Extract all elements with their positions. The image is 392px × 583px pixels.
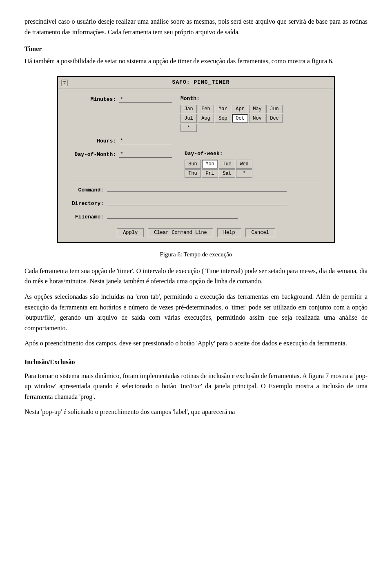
month-aug[interactable]: Aug — [198, 114, 214, 123]
dow-label: Day-of-week: — [185, 150, 252, 158]
dom-input[interactable] — [119, 151, 172, 158]
paragraph2: As opções selecionadas são incluídas na … — [24, 292, 368, 333]
month-nov[interactable]: Nov — [249, 114, 265, 123]
month-jun[interactable]: Jun — [266, 105, 283, 113]
dom-label: Day-of-Month: — [66, 150, 119, 159]
month-section: Month: Jan Feb Mar Apr May Jun Jul Aug S… — [180, 95, 283, 132]
dom-dow-row: Day-of-Month: Day-of-week: Sun Mon Tue W… — [66, 150, 326, 178]
filename-row: Filename: — [66, 212, 326, 222]
minutes-label: Minutes: — [66, 95, 119, 104]
dialog-body: Minutes: Month: Jan Feb Mar Apr May Jun … — [58, 89, 334, 242]
month-sep[interactable]: Sep — [215, 114, 231, 123]
intro-paragraph: prescindível caso o usuário deseje reali… — [24, 16, 368, 37]
inclusion-paragraph2: Nesta 'pop-up' é solicitado o preenchime… — [24, 407, 368, 417]
month-may[interactable]: May — [249, 105, 265, 113]
action-buttons: Apply Clear Command Line Help Cancel — [66, 228, 326, 237]
minutes-month-row: Minutes: Month: Jan Feb Mar Apr May Jun … — [66, 95, 326, 132]
dow-buttons-row1: Sun Mon Tue Wed Thu Fri Sat * — [185, 160, 252, 178]
paragraph3: Após o preenchimento dos campos, deve se… — [24, 338, 368, 349]
month-star-row: * — [180, 124, 283, 132]
inclusion-heading: Inclusão/Exclusão — [24, 357, 368, 367]
dialog-titlebar-button[interactable]: ▽ — [61, 80, 68, 86]
clear-command-line-button[interactable]: Clear Command Line — [148, 228, 213, 237]
timer-heading: Timer — [24, 44, 368, 54]
command-input[interactable] — [107, 185, 287, 192]
dow-sun[interactable]: Sun — [185, 160, 201, 169]
apply-button[interactable]: Apply — [117, 228, 144, 237]
directory-input[interactable] — [107, 199, 287, 205]
dow-section: Day-of-week: Sun Mon Tue Wed Thu Fri Sat… — [185, 150, 252, 178]
month-mar[interactable]: Mar — [215, 105, 231, 113]
command-row: Command: — [66, 185, 326, 195]
dow-wed[interactable]: Wed — [236, 160, 252, 169]
dow-tue[interactable]: Tue — [219, 160, 235, 169]
month-oct[interactable]: Oct — [232, 114, 248, 123]
month-star[interactable]: * — [180, 124, 197, 132]
inclusion-paragraph1: Para tornar o sistema mais dinâmico, for… — [24, 371, 368, 402]
dialog-wrapper: ▽ SAFO: PING_TIMER Minutes: Month: Jan F… — [24, 76, 368, 243]
paragraph1: Cada ferramenta tem sua opção de 'timer'… — [24, 266, 368, 287]
dialog-box: ▽ SAFO: PING_TIMER Minutes: Month: Jan F… — [57, 76, 335, 243]
hours-row: Hours: — [66, 136, 326, 146]
dow-mon[interactable]: Mon — [202, 160, 218, 169]
filename-label: Filename: — [66, 212, 107, 222]
month-jul[interactable]: Jul — [180, 114, 197, 123]
dialog-titlebar: ▽ SAFO: PING_TIMER — [58, 77, 334, 89]
cancel-button[interactable]: Cancel — [245, 228, 275, 237]
month-feb[interactable]: Feb — [198, 105, 214, 113]
hours-label: Hours: — [66, 136, 119, 146]
help-button[interactable]: Help — [217, 228, 241, 237]
dow-fri[interactable]: Fri — [202, 169, 218, 178]
figure-caption: Figura 6: Tempo de execução — [24, 249, 368, 259]
minutes-input[interactable] — [119, 96, 172, 103]
month-label: Month: — [180, 95, 283, 103]
directory-label: Directory: — [66, 199, 107, 208]
filename-input[interactable] — [107, 212, 238, 219]
timer-paragraph: Há também a possibilidade de setar no si… — [24, 56, 368, 67]
month-buttons-row1: Jan Feb Mar Apr May Jun Jul Aug Sep Oct … — [180, 105, 283, 123]
hours-input[interactable] — [119, 138, 172, 144]
dialog-title: SAFO: PING_TIMER — [71, 78, 331, 87]
directory-row: Directory: — [66, 199, 326, 208]
month-jan[interactable]: Jan — [180, 105, 197, 113]
dow-star[interactable]: * — [236, 169, 252, 178]
month-apr[interactable]: Apr — [232, 105, 248, 113]
month-dec[interactable]: Dec — [266, 114, 283, 123]
dow-thu[interactable]: Thu — [185, 169, 201, 178]
command-label: Command: — [66, 185, 107, 195]
dow-sat[interactable]: Sat — [219, 169, 235, 178]
